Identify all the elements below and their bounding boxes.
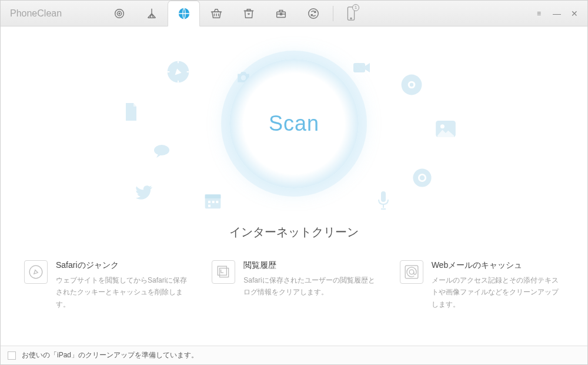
svg-rect-22	[381, 191, 386, 202]
feature-title: 閲覧履歴	[243, 260, 376, 271]
status-text: お使いの「iPad」のクリーンアップを準備しています。	[22, 350, 198, 360]
menu-icon[interactable]: ≡	[534, 9, 544, 18]
feature-browsing-history: 閲覧履歴 Safariに保存されたユーザーの閲覧履歴とログ情報をクリアします。	[212, 260, 376, 310]
svg-rect-21	[208, 205, 211, 207]
svg-rect-11	[353, 63, 365, 72]
close-icon[interactable]: ✕	[570, 9, 579, 18]
toolbar-separator	[333, 6, 333, 21]
svg-point-8	[350, 18, 352, 19]
mic-float-icon	[377, 191, 390, 213]
feature-webmail-cache: Webメールのキャッシュ メールのアクセス記録とその添付テキストや画像ファイルな…	[400, 260, 564, 310]
toolbar-internet-icon[interactable]	[168, 1, 200, 26]
calendar-float-icon	[203, 191, 222, 213]
main-panel: Scan インターネットクリーン Safariのジャンク ウェブサイトを閲覧して…	[1, 26, 587, 346]
svg-point-6	[308, 8, 318, 18]
toolbar-sync-icon[interactable]	[297, 1, 329, 26]
svg-point-25	[420, 175, 425, 181]
toolbar-recycle-icon[interactable]	[232, 1, 265, 26]
svg-rect-19	[212, 201, 215, 203]
video-float-icon	[353, 62, 371, 76]
app-title: PhoneClean	[10, 8, 98, 19]
svg-point-14	[410, 83, 413, 87]
scan-button[interactable]: Scan	[229, 59, 359, 188]
svg-point-32	[409, 270, 414, 274]
hero: Scan	[1, 26, 587, 221]
history-icon	[212, 260, 235, 284]
svg-rect-30	[218, 266, 227, 275]
toolbar-basket-icon[interactable]	[200, 1, 232, 26]
statusbar: お使いの「iPad」のクリーンアップを準備しています。	[1, 346, 587, 364]
feature-row: Safariのジャンク ウェブサイトを閲覧してからSafariに保存されたクッキ…	[1, 260, 587, 310]
svg-point-15	[154, 145, 169, 155]
compass-float-icon	[165, 59, 191, 87]
window-controls: ≡ — ✕	[534, 9, 583, 18]
photo-float-icon	[436, 121, 456, 140]
feature-desc: ウェブサイトを閲覧してからSafariに保存されたクッキーとキャッシュを削除しま…	[56, 274, 188, 310]
feature-title: Webメールのキャッシュ	[432, 260, 564, 271]
toolbar-brush-icon[interactable]	[135, 1, 168, 26]
toolbar-toolbox-icon[interactable]	[265, 1, 297, 26]
svg-point-2	[119, 13, 120, 14]
status-indicator-icon	[8, 351, 16, 360]
svg-rect-20	[216, 201, 218, 203]
at-sign-icon	[400, 260, 423, 284]
toolbar-device-icon[interactable]: 1	[337, 1, 365, 26]
doc-float-icon	[124, 103, 138, 123]
minimize-icon[interactable]: —	[552, 9, 562, 18]
message-float-icon	[153, 144, 170, 161]
section-title: インターネットクリーン	[1, 224, 587, 240]
svg-point-28	[29, 266, 42, 278]
twitter-float-icon	[136, 185, 152, 202]
device-badge: 1	[352, 4, 359, 11]
feature-desc: メールのアクセス記録とその添付テキストや画像ファイルなどをクリーンアップします。	[432, 274, 564, 310]
svg-point-27	[440, 124, 445, 128]
browser-float-icon	[400, 74, 423, 98]
compass-icon	[24, 260, 48, 284]
toolbar: 1	[103, 1, 365, 26]
svg-rect-17	[205, 194, 221, 198]
svg-point-10	[241, 75, 246, 81]
scan-button-label: Scan	[269, 111, 319, 136]
chrome-float-icon	[412, 168, 432, 190]
feature-desc: Safariに保存されたユーザーの閲覧履歴とログ情報をクリアします。	[243, 274, 376, 298]
titlebar: PhoneClean	[1, 1, 587, 26]
svg-rect-18	[208, 201, 211, 203]
feature-title: Safariのジャンク	[56, 260, 188, 271]
toolbar-target-icon[interactable]	[103, 1, 135, 26]
feature-safari-junk: Safariのジャンク ウェブサイトを閲覧してからSafariに保存されたクッキ…	[24, 260, 188, 310]
